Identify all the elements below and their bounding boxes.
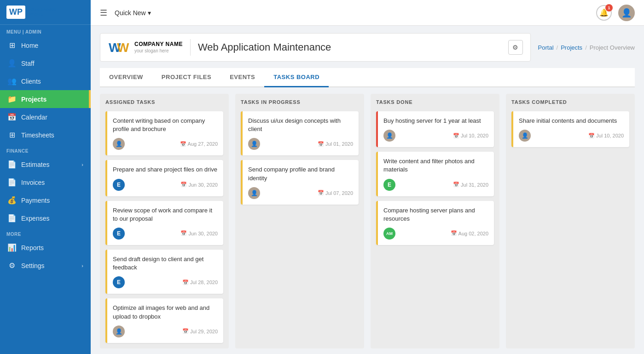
task-title: Prepare and share project files on drive — [113, 166, 218, 174]
task-avatar: 👤 — [519, 130, 531, 142]
settings-icon: ⚙ — [7, 261, 17, 270]
task-date: 📅 Jul 31, 2020 — [453, 182, 488, 188]
finance-label: FINANCE — [0, 144, 91, 155]
sidebar-item-reports[interactable]: 📊 Reports — [0, 239, 91, 257]
breadcrumb: Portal / Projects / Project Overview — [538, 44, 635, 51]
sidebar-item-calendar[interactable]: 📅 Calendar — [0, 108, 91, 126]
cal-icon: 📅 — [318, 190, 324, 196]
breadcrumb-sep1: / — [557, 44, 558, 51]
reports-icon: 📊 — [7, 243, 17, 252]
task-card[interactable]: Send company profile and brand identity … — [241, 160, 359, 204]
task-footer: 👤 📅 Jul 01, 2020 — [248, 138, 353, 150]
sidebar-item-payments[interactable]: 💰 Payments — [0, 191, 91, 209]
tab-overview[interactable]: OVERVIEW — [100, 68, 152, 87]
breadcrumb-current: Project Overview — [590, 44, 635, 51]
task-title: Send draft design to client and get feed… — [113, 255, 218, 272]
kanban-col-in-progress: TASKS IN PROGRESS Discuss ui/ux design c… — [235, 94, 364, 348]
task-avatar: 👤 — [113, 138, 125, 150]
task-footer: 👤 📅 Jul 29, 2020 — [113, 325, 218, 337]
sidebar-item-settings[interactable]: ⚙ Settings › — [0, 257, 91, 274]
sidebar-item-timesheets[interactable]: ⊞ Timesheets — [0, 126, 91, 144]
col-assigned-title: ASSIGNED TASKS — [105, 99, 223, 105]
tab-tasks-board[interactable]: TASKS BOARD — [264, 68, 329, 87]
projects-icon: 📁 — [7, 95, 17, 103]
task-card[interactable]: Discuss ui/ux design concepts with clien… — [241, 111, 359, 155]
task-avatar: 👤 — [248, 138, 260, 150]
task-card[interactable]: Prepare and share project files on drive… — [105, 160, 223, 196]
sidebar-item-label: Invoices — [21, 179, 45, 186]
tab-events[interactable]: EVENTS — [220, 68, 264, 87]
task-footer: AM 📅 Aug 02, 2020 — [383, 228, 488, 240]
task-date: 📅 Aug 02, 2020 — [451, 230, 488, 236]
task-card[interactable]: Review scope of work and compare it to o… — [105, 201, 223, 245]
breadcrumb-projects[interactable]: Projects — [561, 44, 582, 51]
breadcrumb-portal[interactable]: Portal — [538, 44, 554, 51]
task-title: Share initial contents and documents — [519, 117, 624, 125]
notification-bell-button[interactable]: 🔔 1 — [596, 5, 612, 21]
sidebar-item-expenses[interactable]: 📄 Expenses — [0, 209, 91, 227]
task-footer: E 📅 Jul 31, 2020 — [383, 179, 488, 191]
task-title: Write content and filter photos and mate… — [383, 157, 488, 174]
logo-box: WP — [6, 6, 25, 19]
task-card[interactable]: Share initial contents and documents 👤 📅… — [511, 111, 629, 147]
sidebar-item-estimates[interactable]: 📄 Estimates › — [0, 155, 91, 173]
sidebar-item-home[interactable]: ⊞ Home — [0, 36, 91, 54]
task-footer: 👤 📅 Aug 27, 2020 — [113, 138, 218, 150]
sidebar-item-label: Timesheets — [21, 131, 54, 139]
task-date: 📅 Jul 29, 2020 — [182, 328, 218, 334]
task-footer: 👤 📅 Jul 10, 2020 — [519, 130, 624, 142]
cal-icon: 📅 — [453, 182, 459, 188]
quick-new-arrow-icon: ▾ — [148, 9, 151, 17]
task-card[interactable]: Write content and filter photos and mate… — [376, 152, 494, 196]
sidebar-item-label: Expenses — [21, 215, 49, 222]
task-card[interactable]: Send draft design to client and get feed… — [105, 250, 223, 294]
task-date: 📅 Jul 01, 2020 — [318, 141, 353, 147]
project-settings-button[interactable]: ⚙ — [508, 40, 523, 55]
calendar-icon: 📅 — [7, 113, 17, 121]
kanban-board: ASSIGNED TASKS Content writing based on … — [100, 94, 635, 348]
task-avatar: E — [113, 276, 125, 288]
cal-icon: 📅 — [182, 280, 189, 285]
task-title: Buy hosting server for 1 year at least — [383, 117, 488, 125]
sidebar-item-invoices[interactable]: 📄 Invoices — [0, 173, 91, 191]
task-avatar: AM — [383, 228, 395, 240]
cal-icon: 📅 — [180, 230, 187, 236]
timesheets-icon: ⊞ — [7, 131, 17, 139]
svg-text:W: W — [117, 40, 129, 55]
cal-icon: 📅 — [182, 328, 189, 334]
main-area: ☰ Quick New ▾ 🔔 1 👤 W W — [91, 0, 644, 354]
task-title: Send company profile and brand identity — [248, 166, 353, 182]
task-card[interactable]: Buy hosting server for 1 year at least 👤… — [376, 111, 494, 147]
task-footer: E 📅 Jul 28, 2020 — [113, 276, 218, 288]
more-label: MORE — [0, 227, 91, 239]
task-date: 📅 Jun 30, 2020 — [180, 230, 218, 236]
task-footer: 👤 📅 Jul 10, 2020 — [383, 130, 488, 142]
hamburger-icon[interactable]: ☰ — [100, 8, 107, 18]
sidebar-item-clients[interactable]: 👥 Clients — [0, 72, 91, 90]
task-footer: 👤 📅 Jul 07, 2020 — [248, 187, 353, 199]
sidebar-item-label: Estimates — [21, 161, 49, 168]
task-title: Compare hosting server plans and resourc… — [383, 206, 488, 223]
tabs-bar: OVERVIEW PROJECT FILES EVENTS TASKS BOAR… — [100, 68, 635, 87]
task-card[interactable]: Compare hosting server plans and resourc… — [376, 201, 494, 245]
kanban-col-done: TASKS DONE Buy hosting server for 1 year… — [371, 94, 499, 348]
staff-icon: 👤 — [7, 59, 17, 68]
task-date: 📅 Jul 10, 2020 — [588, 133, 624, 139]
sidebar-item-projects[interactable]: 📁 Projects — [0, 90, 91, 108]
topbar-right: 🔔 1 👤 — [596, 5, 635, 21]
task-date: 📅 Aug 27, 2020 — [180, 141, 218, 147]
menu-admin-label: MENU | ADMIN — [0, 25, 91, 36]
task-card[interactable]: Optimize all images for web and and uplo… — [105, 298, 223, 343]
user-avatar[interactable]: 👤 — [618, 5, 635, 21]
sidebar-item-staff[interactable]: 👤 Staff — [0, 54, 91, 72]
task-card[interactable]: Content writing based on company profile… — [105, 111, 223, 155]
col-in-progress-title: TASKS IN PROGRESS — [241, 99, 359, 105]
task-date: 📅 Jul 28, 2020 — [182, 280, 218, 285]
tab-project-files[interactable]: PROJECT FILES — [152, 68, 220, 87]
task-footer: E 📅 Jun 30, 2020 — [113, 228, 218, 240]
invoices-icon: 📄 — [7, 178, 17, 187]
quick-new-button[interactable]: Quick New ▾ — [115, 9, 151, 17]
sidebar-item-label: Clients — [21, 78, 41, 85]
sidebar-item-label: Staff — [21, 60, 35, 67]
kanban-col-completed: TASKS COMPLETED Share initial contents a… — [506, 94, 635, 348]
